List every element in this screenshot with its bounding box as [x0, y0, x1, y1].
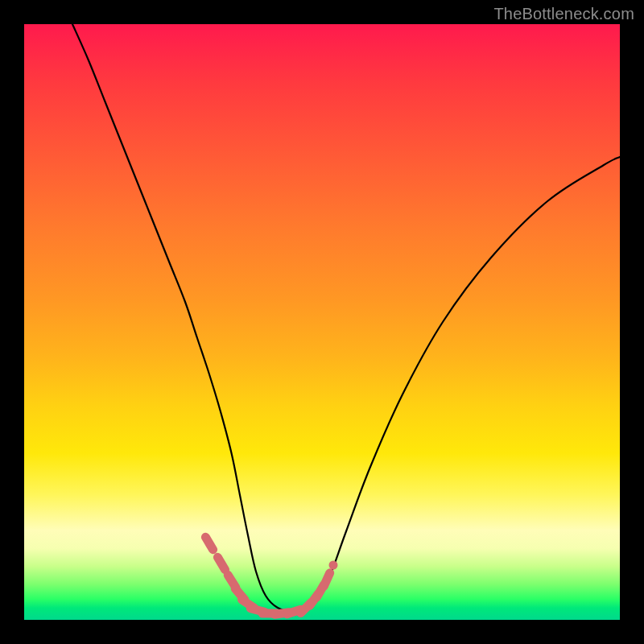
bottom-marker [324, 573, 329, 586]
bottleneck-chart-svg [24, 24, 620, 620]
bottom-marker [217, 557, 225, 569]
watermark-text: TheBottleneck.com [493, 5, 634, 23]
bottom-marker [205, 537, 213, 549]
plot-area [24, 24, 620, 620]
bottom-markers-group [205, 537, 333, 614]
bottleneck-curve [72, 24, 620, 612]
outer-frame: TheBottleneck.com [0, 0, 644, 644]
